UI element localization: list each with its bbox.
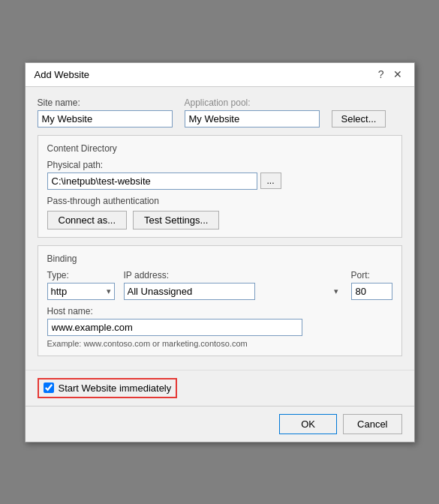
dialog-title: Add Website <box>35 69 89 80</box>
binding-title: Binding <box>47 254 392 264</box>
app-pool-label: Application pool: <box>185 98 320 108</box>
physical-path-label: Physical path: <box>47 160 392 170</box>
close-button[interactable]: ✕ <box>390 69 405 80</box>
browse-button[interactable]: ... <box>260 172 281 189</box>
pass-through-label: Pass-through authentication <box>47 196 392 206</box>
physical-path-group: Physical path: ... <box>47 160 392 190</box>
ip-group: IP address: All Unassigned <box>124 270 342 300</box>
type-label: Type: <box>47 270 115 280</box>
port-group: Port: <box>351 270 392 300</box>
site-name-label: Site name: <box>38 98 173 108</box>
ip-label: IP address: <box>124 270 342 280</box>
auth-buttons: Connect as... Test Settings... <box>47 211 392 230</box>
cancel-button[interactable]: Cancel <box>343 414 401 434</box>
type-group: Type: http https ftp <box>47 270 115 300</box>
physical-path-row: ... <box>47 172 392 190</box>
app-pool-group: Application pool: <box>185 98 320 128</box>
start-website-label: Start Website immediately <box>59 382 172 394</box>
start-website-checkbox[interactable] <box>44 382 54 393</box>
start-website-row: Start Website immediately <box>26 370 414 406</box>
host-name-input[interactable] <box>47 319 302 336</box>
type-select[interactable]: http https ftp <box>47 283 115 300</box>
ip-select-wrapper: All Unassigned <box>124 283 342 300</box>
physical-path-input[interactable] <box>47 172 257 190</box>
content-directory-title: Content Directory <box>47 143 392 154</box>
test-settings-button[interactable]: Test Settings... <box>133 211 219 230</box>
help-button[interactable]: ? <box>375 69 387 80</box>
add-website-dialog: Add Website ? ✕ Site name: Application p… <box>25 62 415 442</box>
binding-section: Binding Type: http https ftp IP address: <box>38 245 402 356</box>
port-label: Port: <box>351 270 392 280</box>
app-pool-input[interactable] <box>185 110 320 128</box>
site-name-input[interactable] <box>38 110 173 128</box>
binding-row1: Type: http https ftp IP address: All Una… <box>47 270 392 300</box>
title-bar-controls: ? ✕ <box>375 69 405 80</box>
host-name-label: Host name: <box>47 306 392 316</box>
ok-button[interactable]: OK <box>279 414 337 434</box>
dialog-footer: OK Cancel <box>26 406 414 442</box>
ip-select[interactable]: All Unassigned <box>124 283 255 300</box>
site-name-group: Site name: <box>38 98 173 128</box>
title-bar: Add Website ? ✕ <box>26 63 414 87</box>
content-directory-section: Content Directory Physical path: ... Pas… <box>38 135 402 238</box>
site-name-apppool-row: Site name: Application pool: Select... <box>38 98 402 128</box>
example-text: Example: www.contoso.com or marketing.co… <box>47 339 392 348</box>
connect-as-button[interactable]: Connect as... <box>47 211 128 230</box>
dialog-body: Site name: Application pool: Select... C… <box>26 87 414 367</box>
port-input[interactable] <box>351 283 392 300</box>
type-select-wrapper: http https ftp <box>47 283 115 300</box>
start-website-highlight: Start Website immediately <box>38 378 178 398</box>
host-name-group: Host name: <box>47 306 392 336</box>
select-button[interactable]: Select... <box>332 110 386 128</box>
